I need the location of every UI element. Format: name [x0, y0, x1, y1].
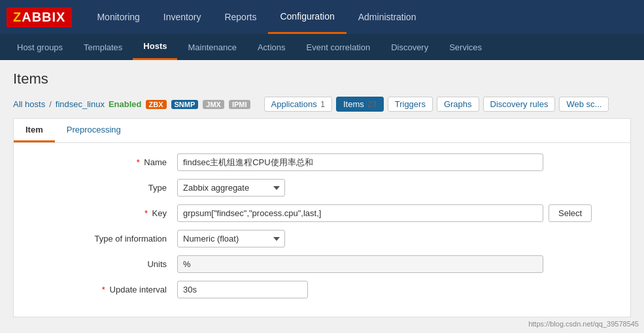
subnav-discovery[interactable]: Discovery: [381, 34, 439, 60]
subnav-hosts[interactable]: Hosts: [133, 34, 177, 60]
filter-tab-triggers[interactable]: Triggers: [388, 97, 433, 112]
top-navigation: ZABBIX Monitoring Inventory Reports Conf…: [0, 0, 644, 34]
filter-tab-web-scenarios[interactable]: Web sc...: [559, 97, 609, 112]
form-row-name: * Name: [33, 153, 611, 171]
form-body: * Name Type Zabbix aggregate * Key: [14, 143, 630, 317]
status-enabled: Enabled: [109, 99, 142, 109]
key-input[interactable]: [177, 204, 543, 222]
item-tabs: Item Preprocessing: [14, 119, 630, 143]
filter-tab-graphs[interactable]: Graphs: [437, 97, 479, 112]
badge-zbx: ZBX: [146, 100, 167, 109]
type-info-label: Type of information: [33, 234, 177, 244]
required-star-update: *: [102, 285, 105, 294]
form-row-update-interval: * Update interval: [33, 281, 611, 298]
nav-configuration[interactable]: Configuration: [268, 0, 346, 34]
key-label: * Key: [33, 208, 177, 218]
page-title: Items: [13, 71, 631, 87]
badge-snmp: SNMP: [171, 100, 199, 109]
form-row-units: Units: [33, 255, 611, 273]
filter-tab-applications[interactable]: Applications 1: [264, 97, 332, 112]
tab-preprocessing[interactable]: Preprocessing: [55, 119, 133, 142]
logo: ZABBIX: [7, 7, 72, 27]
name-label: * Name: [33, 157, 177, 167]
nav-inventory[interactable]: Inventory: [152, 0, 213, 34]
subnav-maintenance[interactable]: Maintenance: [177, 34, 246, 60]
page-content: Items All hosts / findsec_linux Enabled …: [0, 60, 644, 333]
subnav-templates[interactable]: Templates: [73, 34, 133, 60]
units-label: Units: [33, 259, 177, 269]
name-input[interactable]: [177, 153, 543, 171]
type-info-select[interactable]: Numeric (float): [177, 230, 285, 247]
nav-reports[interactable]: Reports: [212, 0, 268, 34]
sub-navigation: Host groups Templates Hosts Maintenance …: [0, 34, 644, 60]
subnav-actions[interactable]: Actions: [247, 34, 296, 60]
breadcrumb-host[interactable]: findsec_linux: [56, 99, 105, 109]
subnav-event-correlation[interactable]: Event correlation: [296, 34, 381, 60]
watermark: https://blog.csdn.net/qq_39578545: [528, 320, 639, 328]
update-interval-input[interactable]: [177, 281, 308, 298]
form-row-key: * Key Select: [33, 204, 611, 222]
units-input[interactable]: [177, 255, 543, 273]
breadcrumb-allhosts[interactable]: All hosts: [13, 99, 45, 109]
form-row-type: Type Zabbix aggregate: [33, 179, 611, 197]
select-button[interactable]: Select: [549, 204, 592, 222]
type-select[interactable]: Zabbix aggregate: [177, 179, 285, 197]
breadcrumb: All hosts / findsec_linux Enabled ZBX SN…: [13, 97, 631, 112]
required-star-name: *: [137, 157, 140, 167]
badge-jmx: JMX: [203, 100, 224, 109]
subnav-services[interactable]: Services: [439, 34, 492, 60]
subnav-host-groups[interactable]: Host groups: [7, 34, 73, 60]
top-nav-links: Monitoring Inventory Reports Configurati…: [85, 0, 428, 34]
breadcrumb-separator: /: [49, 99, 52, 109]
form-area: Item Preprocessing * Name Type Zabbix ag…: [13, 118, 631, 317]
nav-administration[interactable]: Administration: [347, 0, 428, 34]
update-interval-label: * Update interval: [33, 285, 177, 294]
required-star-key: *: [144, 208, 148, 218]
filter-tab-items[interactable]: Items 23: [336, 97, 384, 112]
nav-monitoring[interactable]: Monitoring: [85, 0, 151, 34]
tab-item[interactable]: Item: [14, 119, 55, 142]
filter-tab-discovery-rules[interactable]: Discovery rules: [483, 97, 556, 112]
form-row-type-info: Type of information Numeric (float): [33, 230, 611, 247]
type-label: Type: [33, 183, 177, 193]
badge-ipmi: IPMI: [229, 100, 250, 109]
